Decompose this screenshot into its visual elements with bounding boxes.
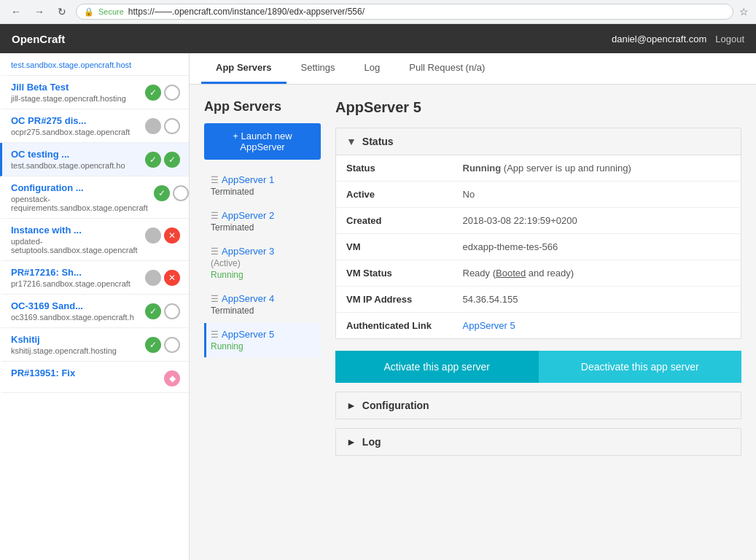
appserver-detail-title: AppServer 5 bbox=[335, 99, 741, 116]
sidebar-item-octesting-name: OC testing ... bbox=[11, 149, 139, 160]
sidebar-item-kshitij-icons: ✓ bbox=[145, 337, 180, 353]
sidebar-item-ocpr275-url: ocpr275.sandbox.stage.opencraft bbox=[11, 128, 139, 136]
authenticated-link[interactable]: AppServer 5 bbox=[463, 320, 515, 331]
sidebar-item-ocpr275[interactable]: OC PR#275 dis... ocpr275.sandbox.stage.o… bbox=[0, 109, 189, 143]
sidebar-item-pr13951-name: PR#13951: Fix bbox=[11, 368, 158, 378]
sidebar-item-oc3169[interactable]: OC-3169 Sand... oc3169.sandbox.stage.ope… bbox=[0, 295, 189, 328]
configuration-section: ► Configuration bbox=[335, 392, 741, 419]
sidebar-item-instance-icons: ✕ bbox=[145, 228, 180, 244]
tab-pullrequest[interactable]: Pull Request (n/a) bbox=[394, 53, 499, 84]
status-icon-red2: ✕ bbox=[164, 270, 180, 286]
table-row-vmstatus: VM Status Ready (Booted and ready) bbox=[336, 260, 741, 287]
sidebar-item-ocpr275-name: OC PR#275 dis... bbox=[11, 115, 139, 126]
logout-link[interactable]: Logout bbox=[715, 34, 744, 44]
page-content: App Servers + Launch new AppServer ☰ App… bbox=[190, 85, 756, 470]
configuration-label: Configuration bbox=[362, 400, 429, 411]
detail-table: Status Running (App server is up and run… bbox=[335, 155, 741, 339]
forward-button[interactable]: → bbox=[31, 4, 48, 19]
log-section-header[interactable]: ► Log bbox=[335, 428, 741, 456]
sidebar-item-instance-name: Instance with ... bbox=[11, 225, 139, 236]
table-row-vmip: VM IP Address 54.36.54.155 bbox=[336, 287, 741, 313]
sidebar-item-kshitij-name: Kshitij bbox=[11, 334, 139, 345]
appserver-2-status: Terminated bbox=[211, 222, 316, 233]
status-icon-gray5 bbox=[145, 270, 161, 286]
label-active: Active bbox=[336, 182, 453, 208]
sidebar-item-jill-name: Jill Beta Test bbox=[11, 82, 139, 93]
table-row-vm: VM edxapp-theme-tes-566 bbox=[336, 234, 741, 260]
config-arrow: ► bbox=[346, 400, 356, 411]
appserver-list-item-4[interactable]: ☰ AppServer 4 Terminated bbox=[204, 287, 321, 322]
sidebar-item-oc3169-url: oc3169.sandbox.stage.opencraft.h bbox=[11, 313, 139, 322]
sidebar-item-config[interactable]: Configuration ... openstack-requirements… bbox=[0, 176, 189, 219]
launch-appserver-button[interactable]: + Launch new AppServer bbox=[204, 123, 321, 160]
appserver-1-name: ☰ AppServer 1 bbox=[211, 174, 316, 185]
sidebar-item-kshitij-url: kshitij.stage.opencraft.hosting bbox=[11, 346, 139, 355]
status-icon-green2: ✓ bbox=[164, 152, 180, 168]
status-icon-green5: ✓ bbox=[145, 337, 161, 353]
status-section-label: Status bbox=[362, 136, 394, 147]
sidebar-item-kshitij[interactable]: Kshitij kshitij.stage.opencraft.hosting … bbox=[0, 328, 189, 362]
value-authlink: AppServer 5 bbox=[453, 313, 741, 339]
value-active: No bbox=[453, 182, 741, 208]
status-value: Running bbox=[463, 163, 502, 174]
sidebar-item-jill[interactable]: Jill Beta Test jill-stage.stage.opencraf… bbox=[0, 76, 189, 109]
status-icon-gray7 bbox=[164, 337, 180, 353]
content-area: App Servers Settings Log Pull Request (n… bbox=[190, 53, 756, 560]
secure-text: Secure bbox=[98, 7, 124, 16]
sidebar-item-oc3169-name: OC-3169 Sand... bbox=[11, 300, 139, 311]
sidebar-item-jill-url: jill-stage.stage.opencraft.hosting bbox=[11, 94, 139, 103]
sidebar: test.sandbox.stage.opencraft.host Jill B… bbox=[0, 53, 190, 560]
sidebar-item-oc3169-icons: ✓ bbox=[145, 303, 180, 319]
hamburger-icon-2: ☰ bbox=[211, 211, 219, 221]
status-icon-gray1 bbox=[145, 118, 161, 134]
appserver-list-item-1[interactable]: ☰ AppServer 1 Terminated bbox=[204, 168, 321, 203]
activate-button[interactable]: Activate this app server bbox=[335, 351, 539, 383]
appserver-4-status: Terminated bbox=[211, 306, 316, 316]
sidebar-top-url: test.sandbox.stage.opencraft.host bbox=[11, 61, 180, 69]
url-text: https://——.opencraft.com/instance/1890/e… bbox=[128, 7, 365, 17]
tab-appservers[interactable]: App Servers bbox=[201, 53, 287, 84]
back-button[interactable]: ← bbox=[7, 4, 25, 19]
deactivate-button[interactable]: Deactivate this app server bbox=[539, 351, 742, 383]
sidebar-item-pr17216[interactable]: PR#17216: Sh... pr17216.sandbox.stage.op… bbox=[0, 261, 189, 295]
sidebar-item-top[interactable]: test.sandbox.stage.opencraft.host bbox=[0, 53, 189, 76]
status-icon-green: ✓ bbox=[145, 85, 161, 101]
two-col-layout: App Servers + Launch new AppServer ☰ App… bbox=[204, 99, 741, 456]
status-icon-gray3 bbox=[173, 185, 189, 201]
sidebar-item-instance[interactable]: Instance with ... updated-setuptools.san… bbox=[0, 219, 189, 261]
appserver-list-item-3[interactable]: ☰ AppServer 3 (Active) Running bbox=[204, 240, 321, 286]
appserver-2-name: ☰ AppServer 2 bbox=[211, 210, 316, 221]
appserver-list-item-5[interactable]: ☰ AppServer 5 Running bbox=[204, 323, 321, 357]
table-row-created: Created 2018-03-08 22:19:59+0200 bbox=[336, 208, 741, 234]
sidebar-item-pr17216-url: pr17216.sandbox.stage.opencraft bbox=[11, 279, 139, 288]
appserver-5-name: ☰ AppServer 5 bbox=[211, 329, 316, 340]
status-icon-green1: ✓ bbox=[145, 152, 161, 168]
status-icon-gray2 bbox=[164, 118, 180, 134]
configuration-section-header[interactable]: ► Configuration bbox=[335, 392, 741, 419]
sidebar-item-octesting[interactable]: OC testing ... test.sandbox.stage.opencr… bbox=[0, 143, 189, 176]
status-extra: (App server is up and running) bbox=[504, 163, 631, 174]
hamburger-icon-4: ☰ bbox=[211, 294, 219, 304]
tabs-bar: App Servers Settings Log Pull Request (n… bbox=[190, 53, 756, 85]
status-section-header[interactable]: ▼ Status bbox=[335, 128, 741, 155]
label-created: Created bbox=[336, 208, 453, 234]
url-bar[interactable]: 🔒 Secure https://——.opencraft.com/instan… bbox=[76, 4, 733, 20]
table-row-active: Active No bbox=[336, 182, 741, 208]
star-icon[interactable]: ☆ bbox=[739, 6, 749, 18]
sidebar-item-pr13951[interactable]: PR#13951: Fix ◆ bbox=[0, 362, 189, 393]
reload-button[interactable]: ↻ bbox=[54, 4, 70, 19]
lock-icon: 🔒 bbox=[84, 7, 94, 17]
value-created: 2018-03-08 22:19:59+0200 bbox=[453, 208, 741, 234]
log-label: Log bbox=[362, 436, 381, 448]
status-icon-pink: ◆ bbox=[164, 370, 180, 386]
sidebar-item-octesting-icons: ✓ ✓ bbox=[145, 152, 180, 168]
appserver-list-item-2[interactable]: ☰ AppServer 2 Terminated bbox=[204, 204, 321, 238]
value-vmstatus: Ready (Booted and ready) bbox=[453, 260, 741, 287]
tab-settings[interactable]: Settings bbox=[287, 53, 350, 84]
appserver-3-status: Running bbox=[211, 270, 316, 280]
tab-log[interactable]: Log bbox=[350, 53, 395, 84]
hamburger-icon-3: ☰ bbox=[211, 246, 219, 257]
booted-text: Booted bbox=[496, 268, 526, 279]
appserver-4-name: ☰ AppServer 4 bbox=[211, 293, 316, 304]
status-icon-gray bbox=[164, 85, 180, 101]
